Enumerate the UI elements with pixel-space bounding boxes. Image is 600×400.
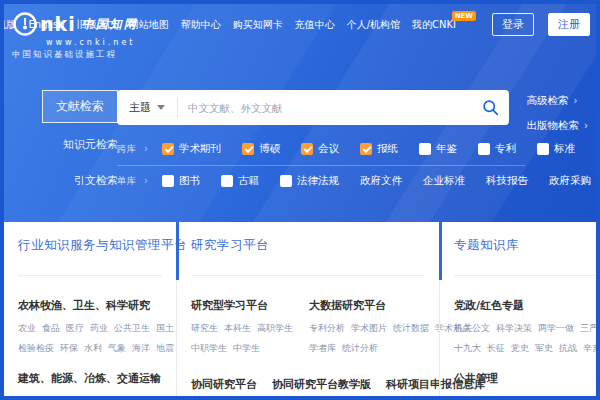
link-environment[interactable]: 环保 bbox=[60, 342, 78, 355]
nav-my-cnki[interactable]: 我的CNKINEW bbox=[412, 18, 456, 32]
link-water[interactable]: 水利 bbox=[84, 342, 102, 355]
link-inspection[interactable]: 检验检疫 bbox=[18, 342, 54, 355]
link-two-studies[interactable]: 两学一做 bbox=[538, 322, 574, 335]
special-group2-heading[interactable]: 公共管理 bbox=[454, 371, 600, 386]
link-secondary-vocational[interactable]: 中职学生 bbox=[191, 342, 227, 355]
link-agriculture[interactable]: 农业 bbox=[18, 322, 36, 335]
link-statistics-data[interactable]: 统计数据 bbox=[393, 322, 429, 335]
industry-group2-heading[interactable]: 建筑、能源、冶炼、交通运输 bbox=[18, 371, 162, 386]
link-earthquake[interactable]: 地震 bbox=[156, 342, 174, 355]
login-button[interactable]: 登录 bbox=[492, 13, 534, 36]
research-column-title[interactable]: 研究学习平台 bbox=[191, 237, 425, 276]
link-party-history[interactable]: 党史 bbox=[511, 342, 529, 355]
checkbox-ancient-books[interactable]: 古籍 bbox=[221, 174, 259, 188]
checkbox-achievements[interactable]: 成果 bbox=[596, 142, 600, 156]
checkbox-patents[interactable]: 专利 bbox=[478, 142, 516, 156]
link-government-documents[interactable]: 政府文件 bbox=[360, 174, 402, 188]
nav-buy-card[interactable]: 购买知网卡 bbox=[233, 18, 283, 32]
nav-help-center[interactable]: 帮助中心 bbox=[181, 18, 221, 32]
link-collaborative-teaching[interactable]: 协同研究平台教学版 bbox=[272, 377, 371, 392]
search-button[interactable] bbox=[471, 90, 509, 125]
tab-literature-search[interactable]: 文献检索 bbox=[42, 90, 118, 123]
top-bar: 手机版 English 旧版入口 网站地图 帮助中心 购买知网卡 充值中心 个人… bbox=[0, 13, 590, 36]
industry-column-body: 农林牧渔、卫生、科学研究 农业 食品 医疗 药业 公共卫生 国土 检验检疫 环保… bbox=[4, 276, 176, 386]
nav-recharge-center[interactable]: 充值中心 bbox=[295, 18, 335, 32]
link-19th-congress[interactable]: 十九大 bbox=[454, 342, 481, 355]
search-side-links: 高级检索› 出版物检索› bbox=[527, 94, 589, 133]
special-knowledge-column: 专题知识库 党政/红色专题 机关公文 科学决策 两学一做 三严三实 十九大 长征… bbox=[439, 222, 600, 396]
checkbox-theses[interactable]: 博硕 bbox=[242, 142, 280, 156]
checkbox-conferences[interactable]: 会议 bbox=[301, 142, 339, 156]
link-patent-analysis[interactable]: 专利分析 bbox=[309, 322, 345, 335]
special-column-title[interactable]: 专题知识库 bbox=[454, 237, 600, 276]
checkbox-unchecked-icon bbox=[419, 143, 431, 155]
link-academic-images[interactable]: 学术图片 bbox=[351, 322, 387, 335]
link-public-health[interactable]: 公共卫生 bbox=[114, 322, 150, 335]
link-official-documents[interactable]: 机关公文 bbox=[454, 322, 490, 335]
cnki-homepage: nki 中国知网 www.cnki.net 中国知识基础设施工程 手机版 Eng… bbox=[0, 0, 600, 400]
search-tabs: 文献检索 知识元检索 引文检索 bbox=[18, 90, 118, 209]
research-sub1-heading[interactable]: 研究型学习平台 bbox=[191, 298, 293, 313]
advanced-search-link[interactable]: 高级检索› bbox=[527, 94, 589, 108]
cross-db-label: 跨库 › bbox=[117, 143, 148, 156]
link-vocational-student[interactable]: 高职学生 bbox=[257, 322, 293, 335]
publication-search-link[interactable]: 出版物检索› bbox=[527, 119, 589, 133]
link-medical[interactable]: 医疗 bbox=[66, 322, 84, 335]
column-accent-bar bbox=[176, 222, 179, 280]
checkbox-yearbooks[interactable]: 年鉴 bbox=[419, 142, 457, 156]
link-long-march[interactable]: 长征 bbox=[487, 342, 505, 355]
special-link-row: 十九大 长征 党史 军史 抗战 辛亥 bbox=[454, 342, 600, 355]
link-pharma[interactable]: 药业 bbox=[90, 322, 108, 335]
link-ocean[interactable]: 海洋 bbox=[132, 342, 150, 355]
checkbox-checked-icon bbox=[360, 143, 372, 155]
cross-db-row: 跨库 › 学术期刊 博硕 会议 报纸 年鉴 专利 标准 成果 bbox=[117, 142, 600, 156]
checkbox-academic-journals[interactable]: 学术期刊 bbox=[162, 142, 221, 156]
link-three-stricts[interactable]: 三严三实 bbox=[580, 322, 600, 335]
industry-group1-heading[interactable]: 农林牧渔、卫生、科学研究 bbox=[18, 298, 162, 313]
link-scientific-decision[interactable]: 科学决策 bbox=[496, 322, 532, 335]
industry-column-title[interactable]: 行业知识服务与知识管理平台 bbox=[18, 237, 162, 276]
nav-mobile[interactable]: 手机版 bbox=[0, 18, 17, 32]
link-food[interactable]: 食品 bbox=[42, 322, 60, 335]
special-group1-heading[interactable]: 党政/红色专题 bbox=[454, 298, 600, 313]
link-xinhai[interactable]: 辛亥 bbox=[583, 342, 600, 355]
link-enterprise-standards[interactable]: 企业标准 bbox=[423, 174, 465, 188]
tab-knowledge-element-search[interactable]: 知识元检索 bbox=[63, 137, 118, 152]
logo-slogan: 中国知识基础设施工程 bbox=[12, 49, 138, 61]
top-nav: 手机版 English 旧版入口 网站地图 帮助中心 购买知网卡 充值中心 个人… bbox=[0, 18, 456, 32]
caret-down-icon bbox=[157, 105, 165, 110]
link-scholar-database[interactable]: 学者库 bbox=[309, 342, 336, 355]
link-collaborative-platform[interactable]: 协同研究平台 bbox=[191, 377, 257, 392]
search-bar: 主题 bbox=[117, 90, 509, 125]
checkbox-unchecked-icon bbox=[162, 175, 174, 187]
search-scope-dropdown[interactable]: 主题 bbox=[117, 98, 178, 118]
link-middle-school[interactable]: 中学生 bbox=[233, 342, 260, 355]
checkbox-unchecked-icon bbox=[221, 175, 233, 187]
chevron-right-icon: › bbox=[584, 120, 588, 131]
link-military-history[interactable]: 军史 bbox=[535, 342, 553, 355]
link-government-procurement[interactable]: 政府采购 bbox=[549, 174, 591, 188]
nav-sitemap[interactable]: 网站地图 bbox=[129, 18, 169, 32]
link-meteorology[interactable]: 气象 bbox=[108, 342, 126, 355]
checkbox-books[interactable]: 图书 bbox=[162, 174, 200, 188]
single-db-label: 单库 › bbox=[117, 175, 148, 188]
nav-english[interactable]: English bbox=[29, 19, 65, 30]
nav-personal-org[interactable]: 个人/机构馆 bbox=[347, 18, 400, 32]
research-link-row: 中职学生 中学生 bbox=[191, 342, 293, 355]
checkbox-laws-regulations[interactable]: 法律法规 bbox=[280, 174, 339, 188]
link-land[interactable]: 国土 bbox=[156, 322, 174, 335]
link-graduate[interactable]: 研究生 bbox=[191, 322, 218, 335]
nav-old-version[interactable]: 旧版入口 bbox=[77, 18, 117, 32]
research-subcolumns: 研究型学习平台 研究生 本科生 高职学生 中职学生 中学生 大数据研究平台 bbox=[191, 298, 425, 362]
checkbox-newspapers[interactable]: 报纸 bbox=[360, 142, 398, 156]
tab-citation-search[interactable]: 引文检索 bbox=[74, 173, 118, 188]
link-tech-reports[interactable]: 科技报告 bbox=[486, 174, 528, 188]
link-anti-japanese-war[interactable]: 抗战 bbox=[559, 342, 577, 355]
chevron-right-icon: › bbox=[144, 143, 148, 154]
link-statistical-analysis[interactable]: 统计分析 bbox=[342, 342, 378, 355]
link-undergraduate[interactable]: 本科生 bbox=[224, 322, 251, 335]
chevron-right-icon: › bbox=[144, 175, 148, 186]
search-input[interactable] bbox=[178, 102, 471, 114]
checkbox-standards[interactable]: 标准 bbox=[537, 142, 575, 156]
register-button[interactable]: 注册 bbox=[548, 13, 590, 36]
